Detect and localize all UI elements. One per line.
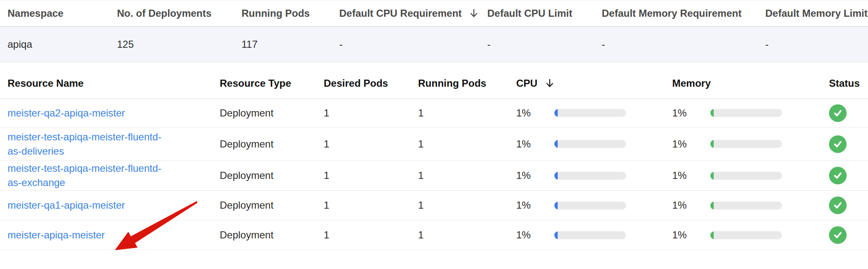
memory-usage-bar xyxy=(710,172,782,180)
resource-type-value: Deployment xyxy=(220,168,324,183)
running-pods-value: 1 xyxy=(418,228,516,242)
column-header-running-pods[interactable]: Running Pods xyxy=(242,8,310,19)
running-pods-value: 1 xyxy=(418,198,516,212)
column-header-cpu[interactable]: CPU xyxy=(516,78,538,89)
column-header-default-memory-limit[interactable]: Default Memory Limit xyxy=(765,8,868,19)
status-healthy-icon xyxy=(829,135,847,153)
table-row: meister-apiqa-meister Deployment 1 1 1% … xyxy=(0,220,868,250)
column-header-running-pods[interactable]: Running Pods xyxy=(418,78,486,89)
sort-desc-icon[interactable] xyxy=(468,8,479,19)
memory-percent: 1% xyxy=(672,106,696,120)
desired-pods-value: 1 xyxy=(324,137,418,151)
resource-type-value: Deployment xyxy=(220,106,324,120)
cpu-usage-bar xyxy=(554,231,626,239)
resource-name-link[interactable]: meister-qa1-apiqa-meister xyxy=(8,198,125,212)
cpu-percent: 1% xyxy=(516,168,540,183)
running-pods-count: 117 xyxy=(242,39,339,50)
memory-percent: 1% xyxy=(672,198,696,212)
memory-usage-bar xyxy=(710,109,782,117)
status-healthy-icon xyxy=(829,197,847,214)
table-row: meister-qa2-apiqa-meister Deployment 1 1… xyxy=(0,99,868,127)
table-row: meister-test-apiqa-meister-fluentd-as-ex… xyxy=(0,161,868,191)
cpu-percent: 1% xyxy=(516,106,540,120)
cpu-percent: 1% xyxy=(516,137,540,151)
memory-percent: 1% xyxy=(672,168,696,183)
column-header-status[interactable]: Status xyxy=(829,78,860,89)
running-pods-value: 1 xyxy=(418,137,516,151)
running-pods-value: 1 xyxy=(418,106,516,120)
namespace-table-header: Namespace No. of Deployments Running Pod… xyxy=(0,0,868,27)
column-header-default-cpu-requirement[interactable]: Default CPU Requirement xyxy=(339,8,462,19)
memory-usage-bar xyxy=(710,202,782,210)
column-header-memory[interactable]: Memory xyxy=(672,78,711,89)
desired-pods-value: 1 xyxy=(324,198,418,212)
cpu-usage-bar xyxy=(554,202,626,210)
resource-name-link[interactable]: meister-test-apiqa-meister-fluentd-as-ex… xyxy=(8,161,169,190)
default-memory-limit-value: - xyxy=(765,39,860,50)
column-header-namespace[interactable]: Namespace xyxy=(8,8,63,19)
running-pods-value: 1 xyxy=(418,168,516,183)
column-header-resource-type[interactable]: Resource Type xyxy=(220,78,291,89)
cpu-percent: 1% xyxy=(516,198,540,212)
cpu-usage-bar xyxy=(554,140,626,148)
resource-table-header: Resource Name Resource Type Desired Pods… xyxy=(0,68,868,99)
memory-usage-bar xyxy=(710,140,782,148)
cpu-usage-bar xyxy=(554,172,626,180)
default-cpu-limit-value: - xyxy=(487,39,602,50)
resource-type-value: Deployment xyxy=(220,198,324,212)
resource-type-value: Deployment xyxy=(220,228,324,242)
deployments-count: 125 xyxy=(117,39,242,50)
desired-pods-value: 1 xyxy=(324,106,418,120)
namespace-value: apiqa xyxy=(8,39,117,50)
status-healthy-icon xyxy=(829,226,847,244)
desired-pods-value: 1 xyxy=(324,168,418,183)
resource-name-link[interactable]: meister-test-apiqa-meister-fluentd-as-de… xyxy=(8,130,169,158)
memory-percent: 1% xyxy=(672,137,696,151)
memory-percent: 1% xyxy=(672,228,696,242)
default-memory-requirement-value: - xyxy=(602,39,765,50)
memory-usage-bar xyxy=(710,231,782,239)
resource-type-value: Deployment xyxy=(220,137,324,151)
resource-name-link[interactable]: meister-qa2-apiqa-meister xyxy=(8,106,125,120)
status-healthy-icon xyxy=(829,167,847,184)
cpu-usage-bar xyxy=(554,109,626,117)
cpu-percent: 1% xyxy=(516,228,540,242)
column-header-deployments[interactable]: No. of Deployments xyxy=(117,8,211,19)
table-row: meister-qa1-apiqa-meister Deployment 1 1… xyxy=(0,191,868,220)
namespace-row: apiqa 125 117 - - - - xyxy=(0,27,868,62)
default-cpu-requirement-value: - xyxy=(339,39,487,50)
column-header-resource-name[interactable]: Resource Name xyxy=(8,78,83,89)
resource-name-link[interactable]: meister-apiqa-meister xyxy=(8,228,105,242)
column-header-desired-pods[interactable]: Desired Pods xyxy=(324,78,388,89)
status-healthy-icon xyxy=(829,104,847,122)
desired-pods-value: 1 xyxy=(324,228,418,242)
column-header-default-cpu-limit[interactable]: Default CPU Limit xyxy=(487,8,572,19)
column-header-default-memory-requirement[interactable]: Default Memory Requirement xyxy=(602,8,741,19)
sort-desc-icon[interactable] xyxy=(544,78,555,89)
table-row: meister-test-apiqa-meister-fluentd-as-de… xyxy=(0,127,868,161)
